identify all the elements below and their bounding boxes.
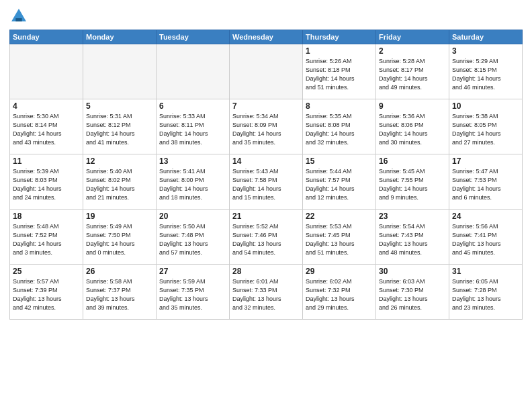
calendar-cell: 28Sunrise: 6:01 AM Sunset: 7:33 PM Dayli…	[230, 265, 303, 320]
day-number: 13	[159, 156, 226, 166]
day-number: 30	[379, 267, 446, 276]
calendar-cell: 3Sunrise: 5:29 AM Sunset: 8:15 PM Daylig…	[449, 44, 523, 99]
day-info: Sunrise: 5:53 AM Sunset: 7:45 PM Dayligh…	[306, 222, 373, 257]
day-info: Sunrise: 5:31 AM Sunset: 8:12 PM Dayligh…	[86, 112, 153, 147]
day-info: Sunrise: 5:48 AM Sunset: 7:52 PM Dayligh…	[13, 222, 80, 257]
calendar-cell	[10, 44, 83, 99]
calendar-cell: 14Sunrise: 5:43 AM Sunset: 7:58 PM Dayli…	[230, 154, 303, 210]
calendar-cell: 25Sunrise: 5:57 AM Sunset: 7:39 PM Dayli…	[10, 265, 83, 320]
day-info: Sunrise: 5:49 AM Sunset: 7:50 PM Dayligh…	[86, 222, 153, 257]
calendar-cell: 31Sunrise: 6:05 AM Sunset: 7:28 PM Dayli…	[449, 265, 523, 320]
day-number: 14	[232, 156, 300, 166]
day-number: 26	[86, 267, 153, 276]
day-number: 6	[159, 101, 226, 111]
calendar-cell: 10Sunrise: 5:38 AM Sunset: 8:05 PM Dayli…	[449, 99, 523, 154]
day-info: Sunrise: 6:05 AM Sunset: 7:28 PM Dayligh…	[452, 277, 519, 312]
day-number: 21	[232, 212, 300, 221]
day-number: 31	[452, 267, 519, 276]
day-info: Sunrise: 5:52 AM Sunset: 7:46 PM Dayligh…	[232, 222, 300, 257]
day-number: 11	[13, 156, 80, 166]
day-info: Sunrise: 5:36 AM Sunset: 8:06 PM Dayligh…	[379, 112, 446, 147]
calendar-cell	[157, 44, 230, 99]
day-number: 4	[13, 101, 80, 111]
day-info: Sunrise: 5:34 AM Sunset: 8:09 PM Dayligh…	[232, 112, 300, 147]
day-number: 9	[379, 101, 446, 111]
calendar-cell: 16Sunrise: 5:45 AM Sunset: 7:55 PM Dayli…	[376, 154, 449, 210]
day-info: Sunrise: 5:54 AM Sunset: 7:43 PM Dayligh…	[379, 222, 446, 257]
calendar-table: SundayMondayTuesdayWednesdayThursdayFrid…	[9, 30, 523, 320]
day-info: Sunrise: 5:39 AM Sunset: 8:03 PM Dayligh…	[13, 167, 80, 202]
logo	[9, 7, 31, 26]
calendar-cell: 4Sunrise: 5:30 AM Sunset: 8:14 PM Daylig…	[10, 99, 83, 154]
day-number: 29	[306, 267, 373, 276]
calendar-cell: 17Sunrise: 5:47 AM Sunset: 7:53 PM Dayli…	[449, 154, 523, 210]
day-info: Sunrise: 5:47 AM Sunset: 7:53 PM Dayligh…	[452, 167, 519, 202]
calendar-cell	[230, 44, 303, 99]
day-number: 10	[452, 101, 519, 111]
weekday-header-monday: Monday	[83, 30, 157, 44]
calendar-cell: 24Sunrise: 5:56 AM Sunset: 7:41 PM Dayli…	[449, 210, 523, 265]
calendar-cell	[83, 44, 157, 99]
calendar-cell: 7Sunrise: 5:34 AM Sunset: 8:09 PM Daylig…	[230, 99, 303, 154]
day-info: Sunrise: 5:41 AM Sunset: 8:00 PM Dayligh…	[159, 167, 226, 202]
day-info: Sunrise: 5:35 AM Sunset: 8:08 PM Dayligh…	[306, 112, 373, 147]
day-number: 3	[452, 46, 519, 56]
day-number: 12	[86, 156, 153, 166]
weekday-header-wednesday: Wednesday	[230, 30, 303, 44]
day-number: 25	[13, 267, 80, 276]
calendar-week-2: 4Sunrise: 5:30 AM Sunset: 8:14 PM Daylig…	[10, 99, 523, 154]
day-info: Sunrise: 5:30 AM Sunset: 8:14 PM Dayligh…	[13, 112, 80, 147]
logo-icon	[9, 7, 28, 26]
day-info: Sunrise: 5:43 AM Sunset: 7:58 PM Dayligh…	[232, 167, 300, 202]
day-info: Sunrise: 5:50 AM Sunset: 7:48 PM Dayligh…	[159, 222, 226, 257]
day-number: 16	[379, 156, 446, 166]
calendar-cell: 6Sunrise: 5:33 AM Sunset: 8:11 PM Daylig…	[157, 99, 230, 154]
day-number: 19	[86, 212, 153, 221]
calendar-cell: 19Sunrise: 5:49 AM Sunset: 7:50 PM Dayli…	[83, 210, 157, 265]
day-number: 22	[306, 212, 373, 221]
calendar-cell: 22Sunrise: 5:53 AM Sunset: 7:45 PM Dayli…	[303, 210, 376, 265]
day-number: 23	[379, 212, 446, 221]
day-info: Sunrise: 5:40 AM Sunset: 8:02 PM Dayligh…	[86, 167, 153, 202]
day-info: Sunrise: 6:01 AM Sunset: 7:33 PM Dayligh…	[232, 277, 300, 312]
day-info: Sunrise: 6:02 AM Sunset: 7:32 PM Dayligh…	[306, 277, 373, 312]
day-number: 8	[306, 101, 373, 111]
weekday-header-sunday: Sunday	[10, 30, 83, 44]
calendar-week-1: 1Sunrise: 5:26 AM Sunset: 8:18 PM Daylig…	[10, 44, 523, 99]
calendar-week-5: 25Sunrise: 5:57 AM Sunset: 7:39 PM Dayli…	[10, 265, 523, 320]
day-number: 2	[379, 46, 446, 56]
calendar-cell: 9Sunrise: 5:36 AM Sunset: 8:06 PM Daylig…	[376, 99, 449, 154]
day-info: Sunrise: 5:33 AM Sunset: 8:11 PM Dayligh…	[159, 112, 226, 147]
weekday-header-friday: Friday	[376, 30, 449, 44]
calendar-cell: 30Sunrise: 6:03 AM Sunset: 7:30 PM Dayli…	[376, 265, 449, 320]
day-number: 28	[232, 267, 300, 276]
day-number: 17	[452, 156, 519, 166]
day-number: 15	[306, 156, 373, 166]
day-info: Sunrise: 5:26 AM Sunset: 8:18 PM Dayligh…	[306, 57, 373, 92]
weekday-header-thursday: Thursday	[303, 30, 376, 44]
day-number: 1	[306, 46, 373, 56]
day-info: Sunrise: 5:57 AM Sunset: 7:39 PM Dayligh…	[13, 277, 80, 312]
calendar-cell: 1Sunrise: 5:26 AM Sunset: 8:18 PM Daylig…	[303, 44, 376, 99]
day-number: 24	[452, 212, 519, 221]
calendar-cell: 12Sunrise: 5:40 AM Sunset: 8:02 PM Dayli…	[83, 154, 157, 210]
day-info: Sunrise: 6:03 AM Sunset: 7:30 PM Dayligh…	[379, 277, 446, 312]
calendar-cell: 23Sunrise: 5:54 AM Sunset: 7:43 PM Dayli…	[376, 210, 449, 265]
day-number: 5	[86, 101, 153, 111]
day-info: Sunrise: 5:56 AM Sunset: 7:41 PM Dayligh…	[452, 222, 519, 257]
weekday-header-saturday: Saturday	[449, 30, 523, 44]
day-info: Sunrise: 5:45 AM Sunset: 7:55 PM Dayligh…	[379, 167, 446, 202]
calendar-cell: 29Sunrise: 6:02 AM Sunset: 7:32 PM Dayli…	[303, 265, 376, 320]
day-info: Sunrise: 5:44 AM Sunset: 7:57 PM Dayligh…	[306, 167, 373, 202]
day-number: 20	[159, 212, 226, 221]
day-number: 18	[13, 212, 80, 221]
calendar-cell: 18Sunrise: 5:48 AM Sunset: 7:52 PM Dayli…	[10, 210, 83, 265]
calendar-cell: 27Sunrise: 5:59 AM Sunset: 7:35 PM Dayli…	[157, 265, 230, 320]
calendar-cell: 13Sunrise: 5:41 AM Sunset: 8:00 PM Dayli…	[157, 154, 230, 210]
day-number: 27	[159, 267, 226, 276]
calendar-cell: 15Sunrise: 5:44 AM Sunset: 7:57 PM Dayli…	[303, 154, 376, 210]
calendar-week-4: 18Sunrise: 5:48 AM Sunset: 7:52 PM Dayli…	[10, 210, 523, 265]
page-container: SundayMondayTuesdayWednesdayThursdayFrid…	[0, 0, 532, 325]
day-info: Sunrise: 5:58 AM Sunset: 7:37 PM Dayligh…	[86, 277, 153, 312]
calendar-cell: 2Sunrise: 5:28 AM Sunset: 8:17 PM Daylig…	[376, 44, 449, 99]
